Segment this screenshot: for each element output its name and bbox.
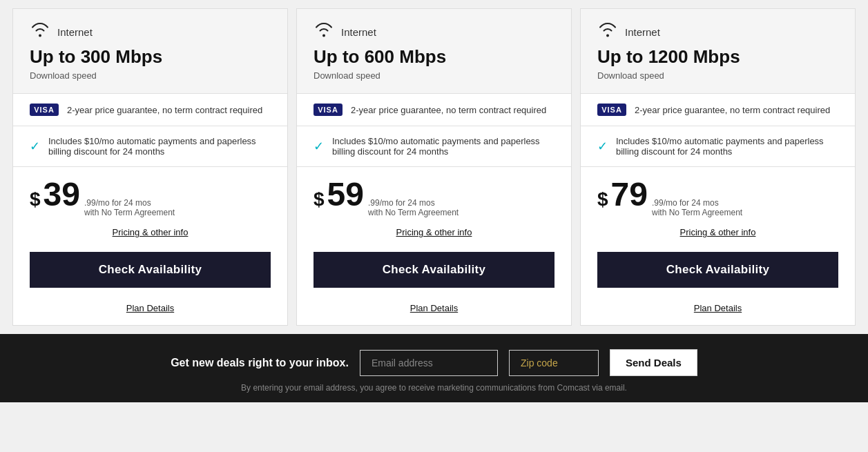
price-details-2: .99/mo for 24 mos with No Term Agreement bbox=[652, 198, 742, 217]
price-dollar-2: $ bbox=[597, 188, 608, 210]
plan-header-0: Internet Up to 300 Mbps Download speed bbox=[13, 9, 287, 94]
plan-details-link-2[interactable]: Plan Details bbox=[694, 303, 742, 313]
price-dollar-1: $ bbox=[314, 188, 325, 210]
discount-row-0: ✓ Includes $10/mo automatic payments and… bbox=[13, 126, 287, 167]
plan-speed-sub-1: Download speed bbox=[314, 70, 554, 81]
check-avail-row-2: Check Availability bbox=[581, 246, 855, 296]
price-row-0: $ 39 .99/mo for 24 mos with No Term Agre… bbox=[13, 167, 287, 222]
price-amount-1: 59 bbox=[327, 178, 364, 211]
pricing-info-link-1[interactable]: Pricing & other info bbox=[396, 227, 472, 237]
check-icon-2: ✓ bbox=[597, 139, 608, 154]
price-row-2: $ 79 .99/mo for 24 mos with No Term Agre… bbox=[581, 167, 855, 222]
price-term-2: with No Term Agreement bbox=[652, 208, 742, 217]
plan-speed-0: Up to 300 Mbps bbox=[30, 46, 271, 68]
pricing-info-link-2[interactable]: Pricing & other info bbox=[680, 227, 756, 237]
price-amount-0: 39 bbox=[44, 178, 80, 211]
plan-details-row-0: Plan Details bbox=[13, 296, 287, 325]
wifi-icon-2 bbox=[597, 21, 618, 42]
guarantee-row-2: VISA 2-year price guarantee, no term con… bbox=[581, 94, 855, 126]
plan-header-top-1: Internet bbox=[314, 21, 554, 42]
price-row-1: $ 59 .99/mo for 24 mos with No Term Agre… bbox=[297, 167, 571, 222]
footer-disclaimer: By entering your email address, you agre… bbox=[14, 383, 854, 393]
price-term-0: with No Term Agreement bbox=[84, 208, 175, 217]
pricing-info-row-1: Pricing & other info bbox=[297, 222, 571, 246]
visa-badge-1: VISA bbox=[314, 104, 343, 116]
price-details-0: .99/mo for 24 mos with No Term Agreement bbox=[84, 198, 175, 217]
check-icon-0: ✓ bbox=[30, 139, 40, 154]
footer-cta-text: Get new deals right to your inbox. bbox=[171, 357, 349, 369]
check-avail-row-0: Check Availability bbox=[13, 246, 287, 296]
guarantee-text-0: 2-year price guarantee, no term contract… bbox=[67, 105, 262, 115]
plan-details-link-0[interactable]: Plan Details bbox=[126, 303, 174, 313]
plan-body-0: VISA 2-year price guarantee, no term con… bbox=[13, 94, 287, 325]
discount-text-0: Includes $10/mo automatic payments and p… bbox=[48, 136, 271, 157]
price-cents-2: .99/mo for 24 mos bbox=[652, 198, 742, 208]
plan-type-1: Internet bbox=[341, 26, 376, 38]
plan-header-top-0: Internet bbox=[30, 21, 271, 42]
plan-card-1: Internet Up to 600 Mbps Download speed V… bbox=[296, 8, 572, 326]
plan-speed-sub-0: Download speed bbox=[30, 70, 271, 81]
guarantee-text-2: 2-year price guarantee, no term contract… bbox=[635, 105, 830, 115]
plan-header-1: Internet Up to 600 Mbps Download speed bbox=[297, 9, 571, 94]
discount-text-1: Includes $10/mo automatic payments and p… bbox=[332, 136, 554, 157]
plan-details-row-1: Plan Details bbox=[297, 296, 571, 325]
email-input[interactable] bbox=[360, 350, 498, 376]
discount-row-1: ✓ Includes $10/mo automatic payments and… bbox=[297, 126, 571, 167]
price-cents-0: .99/mo for 24 mos bbox=[84, 198, 175, 208]
check-availability-button-0[interactable]: Check Availability bbox=[30, 252, 271, 288]
price-dollar-0: $ bbox=[30, 188, 41, 210]
discount-text-2: Includes $10/mo automatic payments and p… bbox=[616, 136, 838, 157]
guarantee-row-0: VISA 2-year price guarantee, no term con… bbox=[13, 94, 287, 126]
plan-details-link-1[interactable]: Plan Details bbox=[410, 303, 458, 313]
guarantee-text-1: 2-year price guarantee, no term contract… bbox=[351, 105, 546, 115]
check-availability-button-1[interactable]: Check Availability bbox=[314, 252, 554, 288]
check-icon-1: ✓ bbox=[314, 139, 324, 154]
plan-header-2: Internet Up to 1200 Mbps Download speed bbox=[581, 9, 855, 94]
visa-badge-0: VISA bbox=[30, 104, 59, 116]
footer: Get new deals right to your inbox. Send … bbox=[0, 334, 868, 402]
plans-container: Internet Up to 300 Mbps Download speed V… bbox=[0, 0, 868, 334]
plan-card-2: Internet Up to 1200 Mbps Download speed … bbox=[580, 8, 856, 326]
plan-type-2: Internet bbox=[625, 26, 660, 38]
plan-speed-2: Up to 1200 Mbps bbox=[597, 46, 838, 68]
plan-header-top-2: Internet bbox=[597, 21, 838, 42]
price-term-1: with No Term Agreement bbox=[368, 208, 459, 217]
pricing-info-link-0[interactable]: Pricing & other info bbox=[113, 227, 189, 237]
plan-card-0: Internet Up to 300 Mbps Download speed V… bbox=[12, 8, 288, 326]
wifi-icon-0 bbox=[30, 21, 50, 42]
plan-body-2: VISA 2-year price guarantee, no term con… bbox=[581, 94, 855, 325]
plan-details-row-2: Plan Details bbox=[581, 296, 855, 325]
price-cents-1: .99/mo for 24 mos bbox=[368, 198, 459, 208]
plan-body-1: VISA 2-year price guarantee, no term con… bbox=[297, 94, 571, 325]
wifi-icon-1 bbox=[314, 21, 334, 42]
price-amount-2: 79 bbox=[611, 178, 648, 211]
guarantee-row-1: VISA 2-year price guarantee, no term con… bbox=[297, 94, 571, 126]
discount-row-2: ✓ Includes $10/mo automatic payments and… bbox=[581, 126, 855, 167]
check-availability-button-2[interactable]: Check Availability bbox=[597, 252, 838, 288]
pricing-info-row-0: Pricing & other info bbox=[13, 222, 287, 246]
price-details-1: .99/mo for 24 mos with No Term Agreement bbox=[368, 198, 459, 217]
check-avail-row-1: Check Availability bbox=[297, 246, 571, 296]
visa-badge-2: VISA bbox=[597, 104, 626, 116]
plan-type-0: Internet bbox=[57, 26, 93, 38]
plan-speed-1: Up to 600 Mbps bbox=[314, 46, 554, 68]
footer-top: Get new deals right to your inbox. Send … bbox=[14, 349, 854, 376]
pricing-info-row-2: Pricing & other info bbox=[581, 222, 855, 246]
plan-speed-sub-2: Download speed bbox=[597, 70, 838, 81]
send-deals-button[interactable]: Send Deals bbox=[610, 349, 697, 376]
zip-input[interactable] bbox=[509, 350, 599, 376]
